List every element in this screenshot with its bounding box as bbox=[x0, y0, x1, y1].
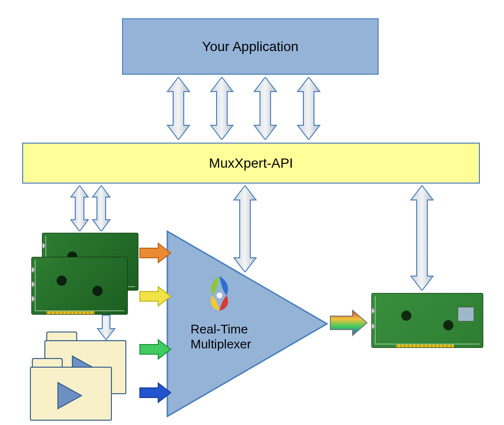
input-arrow-4 bbox=[139, 382, 172, 405]
application-box: Your Application bbox=[122, 18, 379, 75]
bidir-arrow-output bbox=[410, 186, 434, 292]
mux-line2: Multiplexer bbox=[191, 337, 251, 352]
svg-marker-12 bbox=[58, 383, 82, 409]
svg-marker-1 bbox=[211, 77, 233, 140]
bidir-arrow-1 bbox=[166, 77, 191, 142]
svg-marker-16 bbox=[140, 383, 171, 402]
pci-input-card-front bbox=[31, 257, 128, 315]
svg-point-9 bbox=[217, 292, 222, 298]
bidir-arrow-4 bbox=[297, 77, 321, 142]
svg-marker-7 bbox=[411, 186, 433, 291]
input-arrow-3 bbox=[139, 339, 172, 362]
application-label: Your Application bbox=[202, 39, 299, 54]
bidir-arrow-3 bbox=[253, 77, 277, 142]
mux-line1: Real-Time bbox=[191, 322, 251, 337]
svg-marker-17 bbox=[330, 310, 367, 335]
svg-marker-14 bbox=[140, 287, 171, 306]
input-arrow-2 bbox=[139, 286, 172, 309]
svg-marker-0 bbox=[167, 77, 190, 140]
bidir-arrow-cards-2 bbox=[92, 186, 111, 233]
input-arrow-1 bbox=[139, 242, 172, 266]
svg-marker-4 bbox=[71, 186, 88, 231]
folder-front bbox=[30, 358, 112, 421]
svg-marker-5 bbox=[93, 186, 110, 231]
output-card bbox=[371, 293, 483, 348]
logo-icon bbox=[198, 271, 241, 317]
svg-marker-15 bbox=[140, 340, 171, 359]
svg-marker-2 bbox=[254, 77, 276, 140]
bidir-arrow-cards-1 bbox=[70, 186, 89, 233]
bidir-arrow-2 bbox=[210, 77, 234, 142]
api-label: MuxXpert-API bbox=[209, 156, 293, 171]
output-arrow bbox=[329, 309, 368, 338]
svg-marker-13 bbox=[140, 243, 171, 263]
multiplexer-label: Real-Time Multiplexer bbox=[191, 322, 251, 352]
api-box: MuxXpert-API bbox=[22, 143, 480, 184]
svg-marker-3 bbox=[298, 77, 320, 140]
